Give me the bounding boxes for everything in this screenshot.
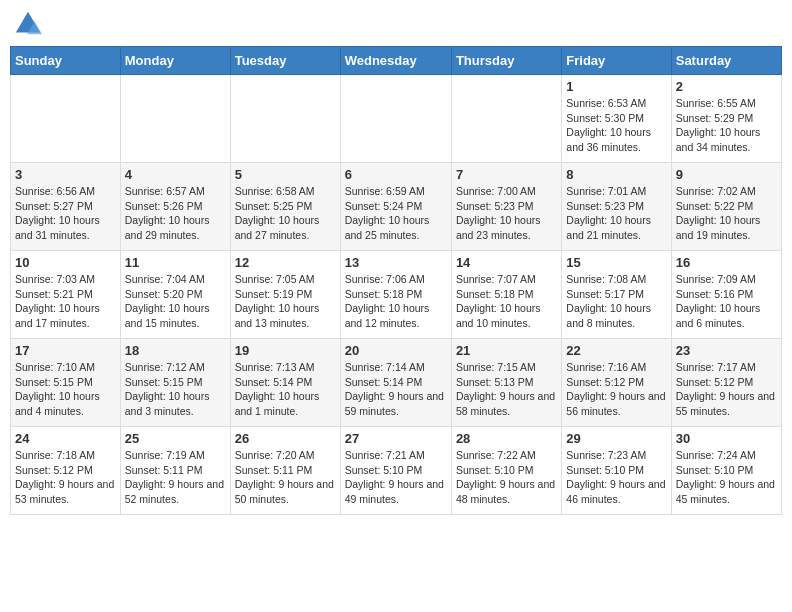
- day-number: 10: [15, 255, 116, 270]
- day-number: 14: [456, 255, 557, 270]
- calendar-cell: [120, 75, 230, 163]
- day-number: 21: [456, 343, 557, 358]
- day-info: Sunrise: 7:08 AMSunset: 5:17 PMDaylight:…: [566, 272, 666, 331]
- day-number: 1: [566, 79, 666, 94]
- page-header: [10, 10, 782, 38]
- calendar-cell: 2Sunrise: 6:55 AMSunset: 5:29 PMDaylight…: [671, 75, 781, 163]
- calendar-cell: 9Sunrise: 7:02 AMSunset: 5:22 PMDaylight…: [671, 163, 781, 251]
- day-number: 16: [676, 255, 777, 270]
- day-number: 17: [15, 343, 116, 358]
- calendar-cell: 16Sunrise: 7:09 AMSunset: 5:16 PMDayligh…: [671, 251, 781, 339]
- day-number: 3: [15, 167, 116, 182]
- calendar-cell: 14Sunrise: 7:07 AMSunset: 5:18 PMDayligh…: [451, 251, 561, 339]
- day-info: Sunrise: 7:09 AMSunset: 5:16 PMDaylight:…: [676, 272, 777, 331]
- day-number: 18: [125, 343, 226, 358]
- day-info: Sunrise: 7:07 AMSunset: 5:18 PMDaylight:…: [456, 272, 557, 331]
- calendar-table: SundayMondayTuesdayWednesdayThursdayFrid…: [10, 46, 782, 515]
- calendar-cell: 20Sunrise: 7:14 AMSunset: 5:14 PMDayligh…: [340, 339, 451, 427]
- calendar-cell: 28Sunrise: 7:22 AMSunset: 5:10 PMDayligh…: [451, 427, 561, 515]
- calendar-cell: 23Sunrise: 7:17 AMSunset: 5:12 PMDayligh…: [671, 339, 781, 427]
- day-info: Sunrise: 6:55 AMSunset: 5:29 PMDaylight:…: [676, 96, 777, 155]
- weekday-header-saturday: Saturday: [671, 47, 781, 75]
- calendar-cell: [11, 75, 121, 163]
- day-info: Sunrise: 7:24 AMSunset: 5:10 PMDaylight:…: [676, 448, 777, 507]
- calendar-cell: 10Sunrise: 7:03 AMSunset: 5:21 PMDayligh…: [11, 251, 121, 339]
- day-number: 8: [566, 167, 666, 182]
- day-number: 2: [676, 79, 777, 94]
- calendar-cell: 4Sunrise: 6:57 AMSunset: 5:26 PMDaylight…: [120, 163, 230, 251]
- calendar-cell: 27Sunrise: 7:21 AMSunset: 5:10 PMDayligh…: [340, 427, 451, 515]
- day-info: Sunrise: 7:12 AMSunset: 5:15 PMDaylight:…: [125, 360, 226, 419]
- day-number: 5: [235, 167, 336, 182]
- weekday-header-wednesday: Wednesday: [340, 47, 451, 75]
- day-info: Sunrise: 7:03 AMSunset: 5:21 PMDaylight:…: [15, 272, 116, 331]
- weekday-header-tuesday: Tuesday: [230, 47, 340, 75]
- calendar-week-row: 24Sunrise: 7:18 AMSunset: 5:12 PMDayligh…: [11, 427, 782, 515]
- day-info: Sunrise: 7:15 AMSunset: 5:13 PMDaylight:…: [456, 360, 557, 419]
- day-number: 22: [566, 343, 666, 358]
- calendar-cell: [340, 75, 451, 163]
- weekday-header-friday: Friday: [562, 47, 671, 75]
- day-number: 7: [456, 167, 557, 182]
- day-info: Sunrise: 6:59 AMSunset: 5:24 PMDaylight:…: [345, 184, 447, 243]
- day-info: Sunrise: 7:05 AMSunset: 5:19 PMDaylight:…: [235, 272, 336, 331]
- calendar-cell: 11Sunrise: 7:04 AMSunset: 5:20 PMDayligh…: [120, 251, 230, 339]
- weekday-header-sunday: Sunday: [11, 47, 121, 75]
- day-info: Sunrise: 7:19 AMSunset: 5:11 PMDaylight:…: [125, 448, 226, 507]
- day-info: Sunrise: 6:56 AMSunset: 5:27 PMDaylight:…: [15, 184, 116, 243]
- day-info: Sunrise: 6:58 AMSunset: 5:25 PMDaylight:…: [235, 184, 336, 243]
- day-info: Sunrise: 7:22 AMSunset: 5:10 PMDaylight:…: [456, 448, 557, 507]
- calendar-week-row: 1Sunrise: 6:53 AMSunset: 5:30 PMDaylight…: [11, 75, 782, 163]
- calendar-week-row: 3Sunrise: 6:56 AMSunset: 5:27 PMDaylight…: [11, 163, 782, 251]
- day-info: Sunrise: 6:57 AMSunset: 5:26 PMDaylight:…: [125, 184, 226, 243]
- day-number: 30: [676, 431, 777, 446]
- day-info: Sunrise: 7:13 AMSunset: 5:14 PMDaylight:…: [235, 360, 336, 419]
- weekday-header-thursday: Thursday: [451, 47, 561, 75]
- calendar-cell: 5Sunrise: 6:58 AMSunset: 5:25 PMDaylight…: [230, 163, 340, 251]
- calendar-cell: 19Sunrise: 7:13 AMSunset: 5:14 PMDayligh…: [230, 339, 340, 427]
- day-number: 13: [345, 255, 447, 270]
- calendar-cell: 22Sunrise: 7:16 AMSunset: 5:12 PMDayligh…: [562, 339, 671, 427]
- day-info: Sunrise: 7:17 AMSunset: 5:12 PMDaylight:…: [676, 360, 777, 419]
- day-info: Sunrise: 7:23 AMSunset: 5:10 PMDaylight:…: [566, 448, 666, 507]
- calendar-cell: 21Sunrise: 7:15 AMSunset: 5:13 PMDayligh…: [451, 339, 561, 427]
- day-number: 24: [15, 431, 116, 446]
- calendar-header-row: SundayMondayTuesdayWednesdayThursdayFrid…: [11, 47, 782, 75]
- day-number: 15: [566, 255, 666, 270]
- weekday-header-monday: Monday: [120, 47, 230, 75]
- day-number: 27: [345, 431, 447, 446]
- calendar-cell: 30Sunrise: 7:24 AMSunset: 5:10 PMDayligh…: [671, 427, 781, 515]
- logo-icon: [14, 10, 42, 38]
- day-info: Sunrise: 7:16 AMSunset: 5:12 PMDaylight:…: [566, 360, 666, 419]
- calendar-cell: 24Sunrise: 7:18 AMSunset: 5:12 PMDayligh…: [11, 427, 121, 515]
- day-number: 11: [125, 255, 226, 270]
- day-info: Sunrise: 7:18 AMSunset: 5:12 PMDaylight:…: [15, 448, 116, 507]
- day-info: Sunrise: 7:21 AMSunset: 5:10 PMDaylight:…: [345, 448, 447, 507]
- day-info: Sunrise: 7:10 AMSunset: 5:15 PMDaylight:…: [15, 360, 116, 419]
- day-number: 28: [456, 431, 557, 446]
- day-number: 4: [125, 167, 226, 182]
- day-number: 9: [676, 167, 777, 182]
- day-info: Sunrise: 7:14 AMSunset: 5:14 PMDaylight:…: [345, 360, 447, 419]
- day-info: Sunrise: 7:02 AMSunset: 5:22 PMDaylight:…: [676, 184, 777, 243]
- calendar-cell: 12Sunrise: 7:05 AMSunset: 5:19 PMDayligh…: [230, 251, 340, 339]
- day-info: Sunrise: 7:04 AMSunset: 5:20 PMDaylight:…: [125, 272, 226, 331]
- day-info: Sunrise: 7:20 AMSunset: 5:11 PMDaylight:…: [235, 448, 336, 507]
- calendar-cell: 7Sunrise: 7:00 AMSunset: 5:23 PMDaylight…: [451, 163, 561, 251]
- day-number: 6: [345, 167, 447, 182]
- calendar-cell: 1Sunrise: 6:53 AMSunset: 5:30 PMDaylight…: [562, 75, 671, 163]
- day-info: Sunrise: 7:00 AMSunset: 5:23 PMDaylight:…: [456, 184, 557, 243]
- calendar-cell: [230, 75, 340, 163]
- day-info: Sunrise: 6:53 AMSunset: 5:30 PMDaylight:…: [566, 96, 666, 155]
- calendar-week-row: 10Sunrise: 7:03 AMSunset: 5:21 PMDayligh…: [11, 251, 782, 339]
- day-info: Sunrise: 7:01 AMSunset: 5:23 PMDaylight:…: [566, 184, 666, 243]
- day-number: 23: [676, 343, 777, 358]
- calendar-cell: 13Sunrise: 7:06 AMSunset: 5:18 PMDayligh…: [340, 251, 451, 339]
- calendar-cell: 15Sunrise: 7:08 AMSunset: 5:17 PMDayligh…: [562, 251, 671, 339]
- logo: [14, 10, 44, 38]
- calendar-cell: 17Sunrise: 7:10 AMSunset: 5:15 PMDayligh…: [11, 339, 121, 427]
- calendar-cell: 3Sunrise: 6:56 AMSunset: 5:27 PMDaylight…: [11, 163, 121, 251]
- calendar-cell: 6Sunrise: 6:59 AMSunset: 5:24 PMDaylight…: [340, 163, 451, 251]
- day-number: 26: [235, 431, 336, 446]
- day-info: Sunrise: 7:06 AMSunset: 5:18 PMDaylight:…: [345, 272, 447, 331]
